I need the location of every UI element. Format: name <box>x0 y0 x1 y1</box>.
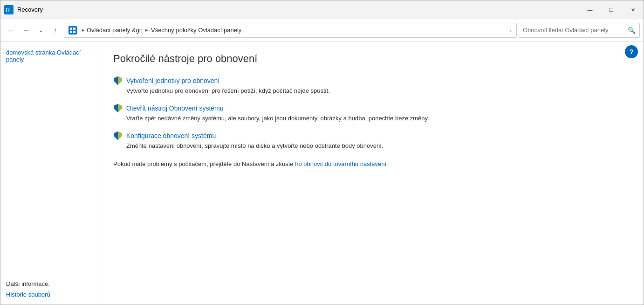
item-desc-3: Změňte nastavení obnovení, spravujte mís… <box>113 142 629 149</box>
dropdown-button[interactable]: ⌄ <box>34 24 47 37</box>
sidebar-further-info-label: Další informace: <box>6 280 92 287</box>
svg-marker-8 <box>118 76 122 85</box>
content-area: ? Pokročilé nástroje pro obnovení Vytvoř… <box>98 42 644 305</box>
address-part2: Všechny položky Ovládací panely <box>151 27 241 34</box>
address-separator2: ▸ <box>145 27 148 33</box>
address-bar[interactable]: ▸ Ovládací panely &gt; ▸ Všechny položky… <box>64 23 517 38</box>
svg-text:R: R <box>6 7 10 14</box>
item-link-1[interactable]: Vytvoření jednotky pro obnovení <box>126 77 219 84</box>
svg-marker-12 <box>114 104 118 112</box>
svg-rect-5 <box>70 31 72 33</box>
title-bar: R Recovery — ☐ ✕ <box>0 0 644 19</box>
sidebar-file-history-link[interactable]: Historie souborů <box>6 291 92 298</box>
window-title: Recovery <box>17 6 640 13</box>
shield-icon-3 <box>113 131 123 140</box>
svg-rect-2 <box>69 26 77 35</box>
nav-bar: ← → ⌄ ↑ ▸ Ovládací panely &gt; ▸ Všechny… <box>0 19 644 42</box>
bottom-info-link[interactable]: ho obnovit do továrního nastavení <box>295 160 386 167</box>
shield-icon-1 <box>113 76 123 85</box>
svg-rect-6 <box>73 31 75 33</box>
search-icon[interactable]: 🔍 <box>628 27 636 34</box>
item-desc-2: Vraťte zpět nedávné změny systému, ale s… <box>113 115 629 122</box>
sidebar: domovská stránka Ovládací panely Další i… <box>0 42 98 305</box>
help-button[interactable]: ? <box>625 45 638 58</box>
search-bar[interactable]: 🔍 <box>519 23 640 38</box>
close-button[interactable]: ✕ <box>622 0 644 19</box>
forward-button[interactable]: → <box>19 24 32 37</box>
shield-icon-2 <box>113 104 123 113</box>
item-row-3: Konfigurace obnovení systému Změňte nast… <box>113 131 629 149</box>
svg-marker-15 <box>114 132 118 140</box>
window-controls: — ☐ ✕ <box>579 0 644 19</box>
search-input[interactable] <box>523 27 625 34</box>
item-row-2: Otevřít nástroj Obnovení systému Vraťte … <box>113 104 629 122</box>
item-desc-1: Vytvořte jednotku pro obnovení pro řešen… <box>113 87 629 94</box>
address-separator: ▸ <box>82 27 85 33</box>
svg-rect-4 <box>73 28 75 30</box>
svg-marker-11 <box>118 104 122 112</box>
bottom-info-text: Pokud máte problémy s počítačem, přejdět… <box>113 160 294 167</box>
svg-marker-9 <box>114 76 118 85</box>
back-button[interactable]: ← <box>4 24 17 37</box>
app-icon: R <box>4 5 14 14</box>
main-container: domovská stránka Ovládací panely Další i… <box>0 42 644 305</box>
bottom-info: Pokud máte problémy s počítačem, přejdět… <box>113 160 629 167</box>
sidebar-home-link[interactable]: domovská stránka Ovládací panely <box>6 49 92 63</box>
item-link-2[interactable]: Otevřít nástroj Obnovení systému <box>126 104 224 112</box>
address-icon <box>68 26 77 35</box>
minimize-button[interactable]: — <box>579 0 601 19</box>
maximize-button[interactable]: ☐ <box>601 0 622 19</box>
svg-marker-14 <box>118 132 122 140</box>
page-title: Pokročilé nástroje pro obnovení <box>113 53 629 65</box>
item-link-3[interactable]: Konfigurace obnovení systému <box>126 132 216 139</box>
up-button[interactable]: ↑ <box>49 24 62 37</box>
address-dropdown-arrow[interactable]: ⌄ <box>509 28 513 33</box>
item-row-1: Vytvoření jednotky pro obnovení Vytvořte… <box>113 76 629 94</box>
svg-rect-3 <box>70 28 72 30</box>
bottom-info-end: . <box>388 160 390 167</box>
address-part1: Ovládací panely &gt; <box>87 27 143 34</box>
